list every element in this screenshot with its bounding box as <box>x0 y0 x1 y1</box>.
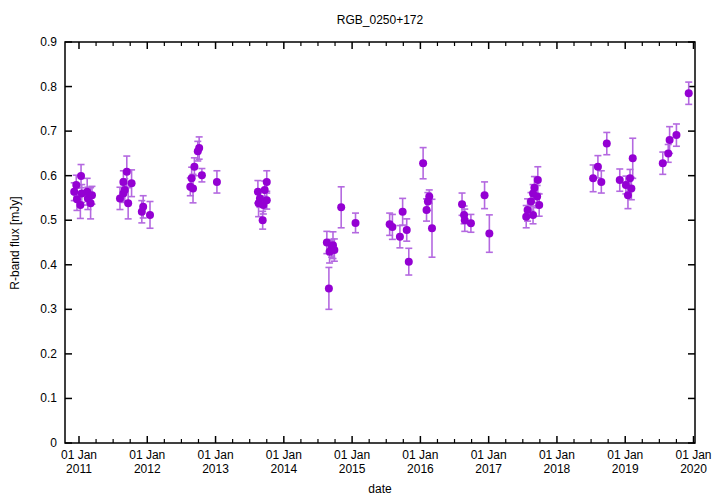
data-point <box>535 201 543 209</box>
x-axis-label: date <box>65 482 695 496</box>
data-point <box>72 181 80 189</box>
x-tick-label-year: 2014 <box>270 462 297 476</box>
data-point <box>261 186 269 194</box>
data-point <box>190 163 198 171</box>
y-tick-label: 0.7 <box>40 124 57 138</box>
x-tick-label-month: 01 Jan <box>61 448 97 462</box>
y-axis-label: R-band flux [mJy] <box>8 123 22 363</box>
x-tick-label-year: 2020 <box>680 462 707 476</box>
x-tick-label-year: 2011 <box>66 462 92 476</box>
data-point <box>352 219 360 227</box>
data-point <box>396 233 404 241</box>
data-point <box>121 186 129 194</box>
data-point <box>629 154 637 162</box>
x-tick-label-year: 2016 <box>407 462 434 476</box>
data-point <box>87 199 95 207</box>
x-tick-label-month: 01 Jan <box>539 448 575 462</box>
data-point <box>259 216 267 224</box>
data-point <box>627 185 635 193</box>
y-tick-label: 0 <box>50 436 57 450</box>
x-tick-label-month: 01 Jan <box>334 448 370 462</box>
x-tick-label-month: 01 Jan <box>471 448 507 462</box>
data-point <box>330 246 338 254</box>
data-point <box>423 206 431 214</box>
data-point <box>428 224 436 232</box>
data-point <box>325 284 333 292</box>
data-point <box>659 159 667 167</box>
y-tick-label: 0.8 <box>40 80 57 94</box>
data-point <box>589 174 597 182</box>
y-tick-label: 0.5 <box>40 213 57 227</box>
data-point <box>263 196 271 204</box>
data-point <box>594 163 602 171</box>
data-point <box>530 184 538 192</box>
data-point <box>685 89 693 97</box>
data-point <box>485 230 493 238</box>
data-point <box>123 168 131 176</box>
data-point <box>399 208 407 216</box>
data-point <box>77 172 85 180</box>
x-tick-label-month: 01 Jan <box>402 448 438 462</box>
data-point <box>124 199 132 207</box>
y-tick-label: 0.6 <box>40 169 57 183</box>
x-tick-label-year: 2018 <box>544 462 571 476</box>
data-point <box>672 131 680 139</box>
data-point <box>425 193 433 201</box>
x-tick-label-year: 2012 <box>134 462 161 476</box>
data-point <box>458 200 466 208</box>
data-point <box>263 178 271 186</box>
data-point <box>534 176 542 184</box>
data-point <box>139 203 147 211</box>
x-tick-label-year: 2019 <box>612 462 639 476</box>
plot-border <box>65 42 695 443</box>
x-tick-label-month: 01 Jan <box>607 448 643 462</box>
data-point <box>664 149 672 157</box>
data-point <box>666 136 674 144</box>
x-tick-label-year: 2017 <box>475 462 502 476</box>
data-point <box>198 171 206 179</box>
data-point <box>533 193 541 201</box>
data-point <box>195 144 203 152</box>
chart-title: RGB_0250+172 <box>65 13 695 27</box>
data-point <box>128 179 136 187</box>
x-tick-label-month: 01 Jan <box>198 448 234 462</box>
data-point <box>188 174 196 182</box>
data-point <box>388 223 396 231</box>
data-point <box>403 226 411 234</box>
data-point <box>529 211 537 219</box>
x-tick-label-month: 01 Jan <box>675 448 711 462</box>
data-point <box>119 178 127 186</box>
y-tick-label: 0.2 <box>40 347 57 361</box>
data-point <box>522 213 530 221</box>
data-point <box>189 185 197 193</box>
y-tick-label: 0.3 <box>40 302 57 316</box>
y-tick-label: 0.1 <box>40 391 57 405</box>
data-point <box>603 140 611 148</box>
x-tick-label-year: 2015 <box>339 462 366 476</box>
data-point <box>419 159 427 167</box>
x-tick-label-month: 01 Jan <box>266 448 302 462</box>
data-point <box>76 201 84 209</box>
scatter-plot-area: 00.10.20.30.40.50.60.70.80.901 Jan201101… <box>0 0 720 504</box>
data-point <box>597 178 605 186</box>
y-tick-label: 0.4 <box>40 258 57 272</box>
data-point <box>88 191 96 199</box>
chart-canvas: 00.10.20.30.40.50.60.70.80.901 Jan201101… <box>0 0 720 504</box>
data-point <box>626 174 634 182</box>
data-point <box>467 219 475 227</box>
data-point <box>213 178 221 186</box>
data-point <box>481 191 489 199</box>
data-point <box>146 211 154 219</box>
y-tick-label: 0.9 <box>40 35 57 49</box>
data-point <box>337 203 345 211</box>
data-point <box>405 258 413 266</box>
x-tick-label-year: 2013 <box>202 462 229 476</box>
x-tick-label-month: 01 Jan <box>129 448 165 462</box>
